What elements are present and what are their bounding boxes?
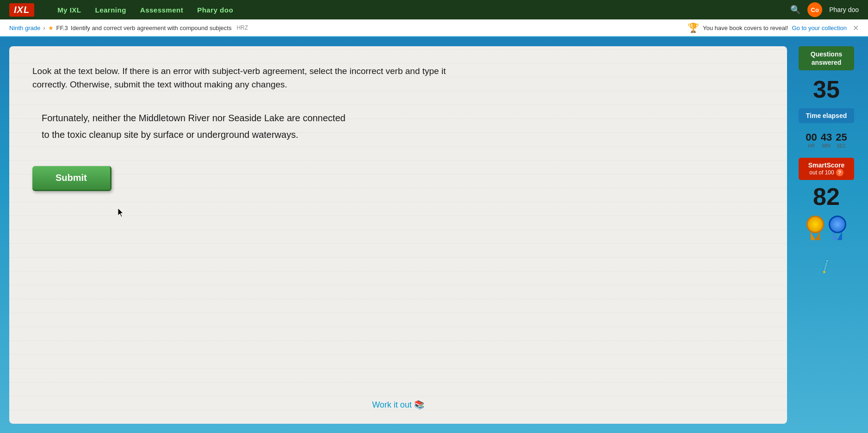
ixl-logo[interactable]: IXL [9,3,34,17]
notice-text: You have book covers to reveal! [703,25,788,31]
work-it-out-text: Work it out [372,400,412,410]
breadcrumb-separator: › [43,25,45,31]
time-minutes: 43 MIN [821,131,832,148]
breadcrumb-skill-name: Identify and correct verb agreement with… [71,25,232,31]
sentence-line2: to the toxic cleanup site by surface or … [42,126,764,143]
ribbons-area [806,216,846,240]
top-navigation: IXL My IXL Learning Assessment Phary doo… [0,0,868,19]
smartscore-value: 82 [813,185,840,209]
blue-ribbon [829,216,846,240]
time-min-label: MIN [821,143,832,148]
time-hr-value: 00 [806,131,817,143]
work-it-out-link[interactable]: Work it out 📚 [372,400,424,410]
questions-count: 35 [813,77,840,101]
smartscore-label: SmartScore [808,161,845,169]
time-display: 00 HR 43 MIN 25 SEC [806,131,847,148]
breadcrumb-skill-code: FF.3 [56,25,68,31]
go-to-collection-link[interactable]: Go to your collection [792,25,847,31]
right-sidebar: Questions answered 35 Time elapsed 00 HR… [794,46,859,424]
questions-answered-box: Questions answered [799,46,854,70]
content-card: Look at the text below. If there is an e… [9,46,787,424]
time-elapsed-label: Time elapsed [806,112,847,119]
nav-phary[interactable]: Phary doo [197,6,233,14]
time-elapsed-box: Time elapsed [799,108,854,123]
main-container: Look at the text below. If there is an e… [0,37,868,433]
mouse-cursor [118,208,124,217]
submit-button[interactable]: Submit [32,166,112,191]
time-min-value: 43 [821,131,832,143]
work-it-out-icon: 📚 [414,400,424,410]
book-covers-notice: 🏆 You have book covers to reveal! Go to … [688,22,859,33]
time-sec-value: 25 [836,131,847,143]
time-sec-label: SEC [836,143,847,148]
time-seconds: 25 SEC [836,131,847,148]
close-notice-button[interactable]: ✕ [853,24,859,32]
nav-learning[interactable]: Learning [95,6,126,14]
trophy-icon: 🏆 [688,22,699,33]
smartscore-help-icon[interactable]: ? [836,169,843,176]
pencil-icon [816,256,837,278]
nav-right: 🔍 Co Phary doo [790,2,859,17]
search-icon[interactable]: 🔍 [790,5,800,15]
time-hr-label: HR [806,143,817,148]
nav-assessment[interactable]: Assessment [140,6,183,14]
avatar[interactable]: Co [807,2,822,17]
sentence-area: Fortunately, neither the Middletown Rive… [42,110,764,143]
breadcrumb-skill-id: HRZ [236,25,248,31]
nav-links: My IXL Learning Assessment Phary doo [57,6,233,14]
nav-my-ixl[interactable]: My IXL [57,6,81,14]
gold-ribbon [806,216,824,240]
questions-answered-label: Questions answered [811,50,842,66]
instruction-text: Look at the text below. If there is an e… [32,65,449,91]
breadcrumb-grade-link[interactable]: Ninth grade [9,25,40,31]
breadcrumb: Ninth grade › ★ FF.3 Identify and correc… [9,25,248,31]
breadcrumb-bar: Ninth grade › ★ FF.3 Identify and correc… [0,19,868,37]
smartscore-sublabel: out of 100 [809,169,834,176]
sentence-line1: Fortunately, neither the Middletown Rive… [42,110,764,126]
smartscore-box[interactable]: SmartScore out of 100 ? [799,158,854,180]
breadcrumb-star-icon: ★ [48,25,54,31]
username-label: Phary doo [829,6,859,13]
time-hours: 00 HR [806,131,817,148]
